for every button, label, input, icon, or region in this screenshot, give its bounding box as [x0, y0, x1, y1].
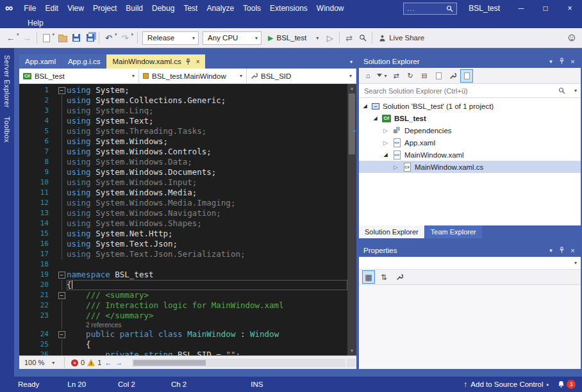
alphabetical-button[interactable]: ⇅ [378, 271, 390, 283]
menu-tools[interactable]: Tools [238, 0, 265, 17]
menu-help[interactable]: Help [23, 19, 48, 28]
feedback-button[interactable] [565, 31, 578, 45]
tree-item-dependencies[interactable]: ▷Dependencies [359, 124, 581, 136]
editor-horizontal-scrollbar[interactable] [132, 359, 345, 367]
refresh-button[interactable]: ↻ [404, 70, 416, 82]
menu-edit[interactable]: Edit [40, 0, 63, 17]
menu-project[interactable]: Project [88, 0, 121, 17]
properties-button[interactable] [447, 70, 458, 82]
fold-collapse-icon[interactable]: − [58, 331, 65, 338]
save-all-button[interactable] [83, 31, 96, 45]
tree-item-mainwindow-xaml-cs[interactable]: ▷C#MainWindow.xaml.cs [359, 161, 581, 173]
expanded-arrow-icon[interactable]: ◢ [362, 103, 369, 109]
zoom-dropdown[interactable]: 100 % ▾ [22, 359, 62, 366]
side-tab-toolbox[interactable]: Toolbox [3, 112, 11, 147]
close-icon[interactable]: × [195, 58, 201, 65]
pin-icon[interactable] [185, 58, 191, 65]
doc-tab-app-g-i-cs[interactable]: App.g.i.cs [62, 54, 106, 69]
member-dropdown[interactable]: BSL_SID ▾ [247, 69, 356, 83]
scroll-up-icon[interactable]: ▴ [347, 84, 356, 93]
menu-file[interactable]: File [19, 0, 40, 17]
window-position-icon[interactable]: ▾ [545, 243, 556, 257]
fold-collapse-icon[interactable]: − [58, 292, 65, 299]
find-in-files-button[interactable] [356, 31, 369, 45]
side-tab-server-explorer[interactable]: Server Explorer [3, 51, 11, 112]
close-icon[interactable]: × [567, 243, 578, 257]
navigate-forward-button[interactable]: → [21, 31, 33, 45]
new-file-button[interactable] [40, 31, 53, 45]
property-pages-button[interactable] [394, 271, 405, 283]
platform-dropdown[interactable]: Any CPU ▾ [203, 31, 262, 45]
fold-collapse-icon[interactable]: − [58, 87, 65, 94]
next-issue-button[interactable]: → [115, 359, 123, 366]
code-editor[interactable]: 1−using System;2using System.Collections… [19, 84, 356, 355]
project-dropdown[interactable]: C# BSL_test ▾ [19, 69, 139, 83]
panel-tab-solution-explorer[interactable]: Solution Explorer [359, 225, 424, 238]
new-file-dropdown-icon[interactable]: ▾ [53, 32, 55, 37]
tree-item-bsl-test[interactable]: ◢C#BSL_test [359, 112, 581, 124]
sync-button[interactable]: ⇄ [343, 31, 355, 45]
window-position-icon[interactable]: ▾ [545, 54, 556, 68]
doc-tab-app-xaml[interactable]: App.xaml [19, 54, 62, 69]
live-share-button[interactable]: Live Share [375, 34, 428, 42]
add-to-source-control-button[interactable]: ↑ Add to Source Control ▴ [464, 380, 549, 388]
menu-window[interactable]: Window [312, 0, 349, 17]
vertical-scroll-thumb[interactable] [349, 94, 355, 154]
tab-list-dropdown-icon[interactable]: ▾ [346, 59, 356, 65]
previous-issue-button[interactable]: ← [104, 359, 112, 366]
close-button[interactable]: × [558, 0, 582, 17]
tree-item-solution-bsl-test-1-of-1-project[interactable]: ◢Solution 'BSL_test' (1 of 1 project) [359, 100, 581, 112]
save-button[interactable] [70, 31, 82, 45]
type-dropdown[interactable]: BSL_test.MainWindow ▾ [139, 69, 247, 83]
menu-extensions[interactable]: Extensions [265, 0, 312, 17]
home-icon[interactable]: ⌂ [362, 70, 374, 82]
tree-item-mainwindow-xaml[interactable]: ◢<>MainWindow.xaml [359, 149, 581, 161]
collapse-all-button[interactable]: ⊟ [419, 70, 430, 82]
search-options-dropdown-icon[interactable]: ▾ [572, 88, 579, 94]
close-icon[interactable]: × [567, 54, 578, 68]
search-icon[interactable] [558, 87, 565, 94]
collapsed-arrow-icon[interactable]: ▷ [392, 164, 399, 170]
pin-icon[interactable] [556, 54, 567, 68]
open-file-button[interactable] [56, 31, 69, 45]
tree-item-app-xaml[interactable]: ▷<>App.xaml [359, 136, 581, 149]
menu-build[interactable]: Build [121, 0, 147, 17]
menu-test[interactable]: Test [179, 0, 202, 17]
properties-object-dropdown[interactable]: ▾ [359, 257, 581, 270]
redo-button[interactable]: ↷ [119, 31, 131, 45]
undo-button[interactable]: ↶ [103, 31, 115, 45]
notifications-button[interactable]: 3 [558, 380, 576, 389]
undo-dropdown-icon[interactable]: ▾ [115, 32, 117, 37]
panel-tab-team-explorer[interactable]: Team Explorer [425, 225, 482, 238]
scroll-down-icon[interactable]: ▾ [347, 347, 356, 355]
start-debugging-button[interactable]: ▶ BSL_test ▾ [263, 31, 323, 45]
fold-collapse-icon[interactable]: − [58, 272, 65, 279]
minimize-button[interactable]: ─ [509, 0, 533, 17]
navigate-back-button[interactable]: ← [4, 31, 17, 45]
show-all-files-button[interactable] [433, 70, 444, 82]
start-without-debugging-button[interactable]: ▷ [324, 31, 336, 45]
maximize-button[interactable]: □ [533, 0, 558, 17]
menu-analyze[interactable]: Analyze [202, 0, 238, 17]
document-health-indicator[interactable]: × 0 ! 1 ← → [67, 359, 127, 366]
preview-selected-items-button[interactable] [461, 70, 472, 82]
codelens-references[interactable]: 2 references [67, 321, 122, 329]
categorized-button[interactable]: ▦ [363, 271, 374, 283]
pin-icon[interactable] [556, 243, 567, 257]
redo-dropdown-icon[interactable]: ▾ [131, 32, 134, 37]
configuration-dropdown[interactable]: Release ▾ [142, 31, 199, 45]
collapsed-arrow-icon[interactable]: ▷ [382, 140, 389, 146]
filter-button[interactable]: ▾ [376, 70, 388, 82]
solution-search-input[interactable] [363, 86, 558, 95]
sync-with-active-document-button[interactable]: ⇄ [390, 70, 402, 82]
expanded-arrow-icon[interactable]: ◢ [372, 115, 379, 121]
editor-vertical-scrollbar[interactable]: ▴ ▾ [347, 84, 356, 355]
expanded-arrow-icon[interactable]: ◢ [382, 152, 389, 158]
menu-view[interactable]: View [63, 0, 88, 17]
collapsed-arrow-icon[interactable]: ▷ [382, 127, 389, 134]
menu-debug[interactable]: Debug [147, 0, 179, 17]
doc-tab-mainwindow-xaml-cs[interactable]: MainWindow.xaml.cs× [106, 54, 204, 69]
back-history-dropdown-icon[interactable]: ▾ [17, 32, 19, 37]
horizontal-scroll-thumb[interactable] [133, 360, 206, 366]
quick-search-box[interactable]: ... [403, 3, 457, 15]
